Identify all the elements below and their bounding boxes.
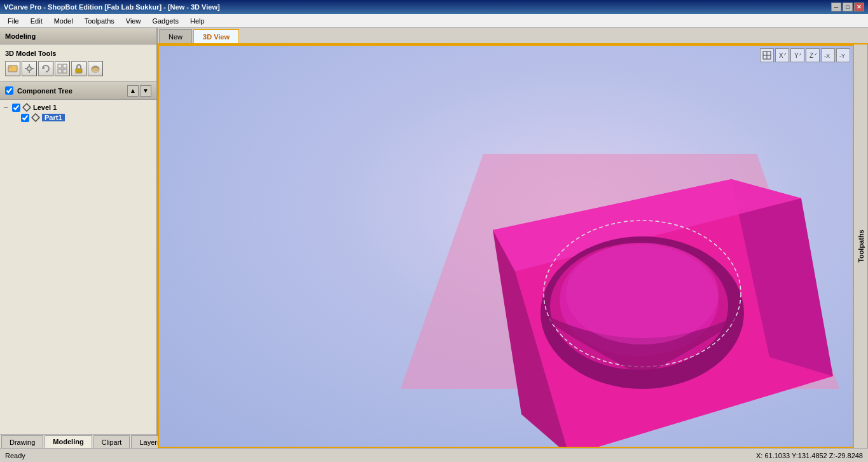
svg-text:-X: -X [824,53,830,59]
expand-icon: ─ [4,104,10,111]
menu-file[interactable]: File [3,16,24,26]
tools-title: 3D Model Tools [3,48,154,60]
menu-help[interactable]: Help [185,16,210,26]
svg-rect-8 [58,64,62,68]
component-tree-header: Component Tree ▲ ▼ [0,82,156,100]
tree-part1-item[interactable]: Part1 [3,112,154,123]
3d-model-svg [159,46,853,447]
svg-marker-16 [32,114,39,121]
vp-tool-zaxis[interactable]: Z [806,48,820,62]
svg-rect-10 [58,69,62,73]
svg-point-26 [566,243,719,344]
component-tree-section: Component Tree ▲ ▼ ─ Level 1 [0,82,156,434]
merge-tool-button[interactable] [88,61,103,76]
close-button[interactable]: ✕ [854,3,864,11]
level1-checkbox[interactable] [12,104,20,112]
status-left: Ready [5,452,25,459]
svg-text:X: X [779,52,783,59]
vp-toolbar: X Y Z -X -Y [760,48,850,62]
svg-rect-11 [63,69,67,73]
svg-rect-0 [8,65,17,72]
part1-checkbox[interactable] [21,114,29,122]
viewport-row: X Y Z -X -Y To [158,44,868,448]
svg-marker-15 [23,104,31,111]
svg-line-31 [784,53,786,55]
tree-down-button[interactable]: ▼ [140,85,151,97]
menubar: File Edit Model Toolpaths View Gadgets H… [0,14,868,28]
vp-tool-neg-xaxis[interactable]: -X [821,48,835,62]
panel-header: Modeling [0,28,156,44]
svg-line-35 [815,53,816,55]
svg-text:Z: Z [809,52,813,59]
vp-tab-3dview[interactable]: 3D View [193,29,239,43]
menu-toolpaths[interactable]: Toolpaths [79,16,120,26]
bottom-tabs: Drawing Modeling Clipart Layers [0,434,156,448]
titlebar-title: VCarve Pro - ShopBot Edition [Fab Lab Su… [4,3,220,11]
tree-content: ─ Level 1 Part1 [0,100,156,125]
status-coordinates: X: 61.1033 Y:131.4852 Z:-29.8248 [756,452,863,459]
left-panel: Modeling 3D Model Tools [0,28,158,448]
part1-shape-icon [31,113,40,122]
svg-text:Y: Y [794,52,799,59]
svg-text:-Y: -Y [839,53,845,59]
tab-modeling[interactable]: Modeling [45,435,92,448]
main-layout: Modeling 3D Model Tools [0,28,868,448]
viewport-tabs: New 3D View [158,28,868,44]
toolpaths-label: Toolpaths [857,230,865,263]
vp-tool-xaxis[interactable]: X [775,48,789,62]
tools-section: 3D Model Tools [0,44,156,82]
grid-tool-button[interactable] [55,61,70,76]
maximize-button[interactable]: □ [843,3,853,11]
tools-row [3,60,154,78]
titlebar: VCarve Pro - ShopBot Edition [Fab Lab Su… [0,0,868,14]
lock-tool-button[interactable] [71,61,86,76]
vp-tool-yaxis[interactable]: Y [790,48,804,62]
svg-point-14 [92,67,99,72]
menu-view[interactable]: View [121,16,146,26]
level1-shape-icon [22,103,31,112]
wrench-tool-button[interactable] [22,61,37,76]
minimize-button[interactable]: ─ [831,3,841,11]
statusbar: Ready X: 61.1033 Y:131.4852 Z:-29.8248 [0,448,868,462]
svg-rect-9 [63,64,67,68]
tab-clipart[interactable]: Clipart [93,435,130,448]
menu-model[interactable]: Model [49,16,78,26]
viewport-3d[interactable]: X Y Z -X -Y [158,44,854,448]
right-area: New 3D View [158,28,868,448]
menu-edit[interactable]: Edit [25,16,48,26]
panel-title: Modeling [5,32,36,40]
tree-level1-item[interactable]: ─ Level 1 [3,102,154,112]
svg-rect-1 [8,67,12,67]
tree-arrows: ▲ ▼ [127,85,151,97]
level1-label: Level 1 [33,104,57,111]
svg-marker-7 [43,67,45,69]
svg-rect-12 [76,69,82,73]
menu-gadgets[interactable]: Gadgets [147,16,184,26]
tree-root-checkbox[interactable] [5,86,13,95]
vp-tool-neg-yaxis[interactable]: -Y [836,48,850,62]
vp-tool-home[interactable] [760,48,774,62]
tree-up-button[interactable]: ▲ [127,85,139,97]
part1-label[interactable]: Part1 [42,114,65,121]
component-tree-title: Component Tree [17,87,72,95]
svg-line-33 [799,53,801,55]
svg-point-2 [27,67,31,71]
rotate-tool-button[interactable] [38,61,53,76]
tab-drawing[interactable]: Drawing [1,435,43,448]
open-tool-button[interactable] [5,61,20,76]
titlebar-controls: ─ □ ✕ [831,3,864,11]
vp-tab-new[interactable]: New [159,29,192,43]
toolpaths-panel[interactable]: Toolpaths [854,44,868,448]
